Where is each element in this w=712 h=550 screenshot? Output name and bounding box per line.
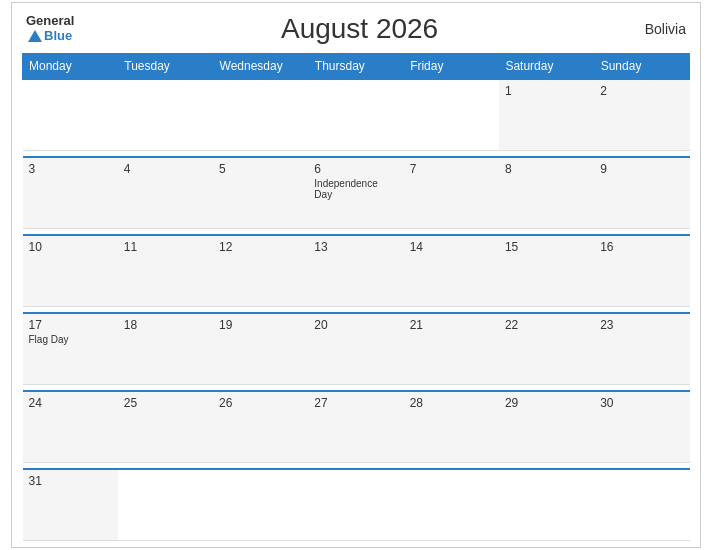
col-sunday: Sunday bbox=[594, 53, 689, 79]
day-number: 3 bbox=[29, 162, 112, 176]
country-label: Bolivia bbox=[645, 21, 686, 37]
day-number: 2 bbox=[600, 84, 683, 98]
logo-general: General bbox=[26, 14, 74, 28]
week-row-6: 31 bbox=[23, 469, 690, 541]
col-wednesday: Wednesday bbox=[213, 53, 308, 79]
day-cell: 6Independence Day bbox=[308, 157, 403, 229]
day-cell: 5 bbox=[213, 157, 308, 229]
day-cell: 7 bbox=[404, 157, 499, 229]
day-number: 17 bbox=[29, 318, 112, 332]
day-number: 31 bbox=[29, 474, 112, 488]
day-cell: 17Flag Day bbox=[23, 313, 118, 385]
day-number: 28 bbox=[410, 396, 493, 410]
week-row-1: 12 bbox=[23, 79, 690, 151]
day-cell: 27 bbox=[308, 391, 403, 463]
day-cell bbox=[213, 79, 308, 151]
day-number: 26 bbox=[219, 396, 302, 410]
col-saturday: Saturday bbox=[499, 53, 594, 79]
day-number: 11 bbox=[124, 240, 207, 254]
month-title: August 2026 bbox=[281, 13, 438, 45]
logo-blue: Blue bbox=[44, 29, 72, 43]
day-number: 25 bbox=[124, 396, 207, 410]
day-cell: 16 bbox=[594, 235, 689, 307]
day-cell bbox=[118, 79, 213, 151]
col-thursday: Thursday bbox=[308, 53, 403, 79]
day-number: 24 bbox=[29, 396, 112, 410]
day-number: 4 bbox=[124, 162, 207, 176]
col-monday: Monday bbox=[23, 53, 118, 79]
day-cell: 24 bbox=[23, 391, 118, 463]
week-row-2: 3456Independence Day789 bbox=[23, 157, 690, 229]
logo-triangle-icon bbox=[28, 30, 42, 42]
day-number: 21 bbox=[410, 318, 493, 332]
day-number: 23 bbox=[600, 318, 683, 332]
day-number: 8 bbox=[505, 162, 588, 176]
day-number: 7 bbox=[410, 162, 493, 176]
day-number: 19 bbox=[219, 318, 302, 332]
day-cell: 2 bbox=[594, 79, 689, 151]
day-cell: 15 bbox=[499, 235, 594, 307]
day-number: 20 bbox=[314, 318, 397, 332]
day-cell bbox=[404, 469, 499, 541]
day-cell: 3 bbox=[23, 157, 118, 229]
day-number: 6 bbox=[314, 162, 397, 176]
day-cell: 19 bbox=[213, 313, 308, 385]
day-cell: 25 bbox=[118, 391, 213, 463]
day-cell: 26 bbox=[213, 391, 308, 463]
day-cell bbox=[594, 469, 689, 541]
day-cell bbox=[308, 79, 403, 151]
day-number: 18 bbox=[124, 318, 207, 332]
day-cell: 29 bbox=[499, 391, 594, 463]
week-row-4: 17Flag Day181920212223 bbox=[23, 313, 690, 385]
day-cell bbox=[404, 79, 499, 151]
days-of-week-row: Monday Tuesday Wednesday Thursday Friday… bbox=[23, 53, 690, 79]
week-row-3: 10111213141516 bbox=[23, 235, 690, 307]
calendar-wrapper: General Blue August 2026 Bolivia Monday … bbox=[11, 2, 701, 549]
day-cell: 4 bbox=[118, 157, 213, 229]
day-number: 12 bbox=[219, 240, 302, 254]
day-number: 29 bbox=[505, 396, 588, 410]
day-number: 10 bbox=[29, 240, 112, 254]
day-cell: 31 bbox=[23, 469, 118, 541]
day-cell: 23 bbox=[594, 313, 689, 385]
col-friday: Friday bbox=[404, 53, 499, 79]
day-cell: 13 bbox=[308, 235, 403, 307]
day-number: 30 bbox=[600, 396, 683, 410]
day-number: 5 bbox=[219, 162, 302, 176]
day-cell: 22 bbox=[499, 313, 594, 385]
day-cell: 30 bbox=[594, 391, 689, 463]
day-number: 22 bbox=[505, 318, 588, 332]
day-cell: 21 bbox=[404, 313, 499, 385]
day-cell: 14 bbox=[404, 235, 499, 307]
week-row-5: 24252627282930 bbox=[23, 391, 690, 463]
col-tuesday: Tuesday bbox=[118, 53, 213, 79]
day-cell bbox=[23, 79, 118, 151]
day-cell bbox=[118, 469, 213, 541]
holiday-label: Flag Day bbox=[29, 334, 112, 345]
day-cell: 12 bbox=[213, 235, 308, 307]
day-number: 1 bbox=[505, 84, 588, 98]
day-number: 27 bbox=[314, 396, 397, 410]
day-cell: 11 bbox=[118, 235, 213, 307]
day-number: 16 bbox=[600, 240, 683, 254]
day-number: 15 bbox=[505, 240, 588, 254]
day-number: 9 bbox=[600, 162, 683, 176]
day-cell bbox=[213, 469, 308, 541]
calendar-grid: Monday Tuesday Wednesday Thursday Friday… bbox=[22, 53, 690, 542]
day-cell bbox=[499, 469, 594, 541]
day-cell: 9 bbox=[594, 157, 689, 229]
day-cell: 18 bbox=[118, 313, 213, 385]
day-cell: 28 bbox=[404, 391, 499, 463]
holiday-label: Independence Day bbox=[314, 178, 397, 200]
logo: General Blue bbox=[26, 14, 74, 43]
day-cell: 10 bbox=[23, 235, 118, 307]
day-number: 14 bbox=[410, 240, 493, 254]
day-cell: 8 bbox=[499, 157, 594, 229]
day-cell: 20 bbox=[308, 313, 403, 385]
day-cell: 1 bbox=[499, 79, 594, 151]
day-number: 13 bbox=[314, 240, 397, 254]
day-cell bbox=[308, 469, 403, 541]
calendar-header: General Blue August 2026 Bolivia bbox=[22, 13, 690, 45]
